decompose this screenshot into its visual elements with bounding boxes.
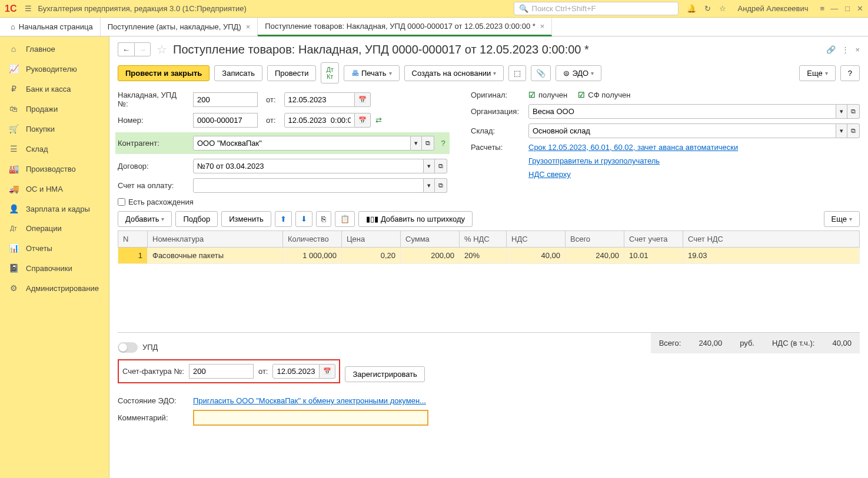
close-doc-icon[interactable]: ×	[855, 45, 860, 54]
col-vat-rate[interactable]: % НДС	[460, 231, 507, 248]
cell-acc[interactable]: 10.01	[624, 248, 683, 264]
sidebar-item-operations[interactable]: ДтОперации	[0, 219, 109, 238]
home-tab[interactable]: ⌂ Начальная страница	[4, 18, 101, 36]
vat-link[interactable]: НДС сверху	[528, 170, 571, 179]
bell-icon[interactable]: 🔔	[687, 4, 696, 13]
open-icon[interactable]: ⧉	[847, 123, 860, 138]
sidebar-item-admin[interactable]: ⚙Администрирование	[0, 278, 109, 298]
sidebar-item-purchases[interactable]: 🛒Покупки	[0, 119, 109, 139]
sidebar-item-bank[interactable]: ₽Банк и касса	[0, 79, 109, 99]
special-icon[interactable]: ⇄	[375, 116, 382, 125]
edo-invite-link[interactable]: Пригласить ООО "МоскваПак" к обмену элек…	[193, 396, 426, 405]
pick-button[interactable]: Подбор	[175, 211, 218, 227]
col-n[interactable]: N	[118, 231, 148, 248]
calendar-icon[interactable]: 📅	[355, 92, 371, 107]
history-icon[interactable]: ↻	[704, 4, 711, 13]
related-button[interactable]: ⬚	[508, 65, 526, 81]
invoice-pay-input[interactable]	[193, 178, 424, 193]
sidebar-item-reports[interactable]: 📊Отчеты	[0, 238, 109, 258]
col-price[interactable]: Цена	[342, 231, 401, 248]
calendar-icon[interactable]: 📅	[355, 113, 371, 128]
col-item[interactable]: Номенклатура	[148, 231, 283, 248]
sidebar-item-catalogs[interactable]: 📓Справочники	[0, 258, 109, 278]
more-button[interactable]: Еще	[799, 65, 835, 81]
sf-date-input[interactable]	[272, 364, 320, 379]
col-vat[interactable]: НДС	[507, 231, 566, 248]
col-sum[interactable]: Сумма	[401, 231, 460, 248]
back-button[interactable]: ←	[118, 42, 134, 56]
sidebar-item-production[interactable]: 🏭Производство	[0, 159, 109, 179]
attach-button[interactable]: 📎	[531, 65, 551, 81]
tab-receipts[interactable]: Поступление (акты, накладные, УПД) ×	[101, 18, 258, 36]
number-input[interactable]	[193, 113, 258, 128]
cell-sum[interactable]: 200,00	[401, 248, 460, 264]
cell-total[interactable]: 240,00	[566, 248, 624, 264]
cell-item[interactable]: Фасовочные пакеты	[148, 248, 283, 264]
dropdown-icon[interactable]: ▾	[411, 136, 422, 151]
cell-n[interactable]: 1	[118, 248, 148, 264]
dtkt-button[interactable]: ДтКт	[321, 62, 339, 83]
sf-no-input[interactable]	[189, 364, 254, 379]
received-checkbox[interactable]: ☑ получен	[528, 91, 567, 99]
dropdown-icon[interactable]: ▾	[424, 159, 435, 173]
sidebar-item-main[interactable]: ⌂Главное	[0, 39, 109, 59]
favorite-icon[interactable]: ☆	[157, 42, 167, 56]
discrepancies-checkbox[interactable]: Есть расхождения	[118, 198, 194, 206]
minimize-icon[interactable]: —	[830, 4, 838, 13]
move-down-button[interactable]: ⬇	[295, 211, 312, 227]
contract-input[interactable]	[193, 159, 424, 173]
col-total[interactable]: Всего	[566, 231, 624, 248]
calculations-link[interactable]: Срок 12.05.2023, 60.01, 60.02, зачет ава…	[528, 143, 738, 152]
print-button[interactable]: 🖶 Печать	[344, 65, 400, 81]
dropdown-icon[interactable]: ▾	[836, 104, 847, 119]
cell-vat[interactable]: 40,00	[507, 248, 566, 264]
sf-received-checkbox[interactable]: ☑ СФ получен	[578, 91, 630, 99]
open-icon[interactable]: ⧉	[422, 136, 434, 151]
col-qty[interactable]: Количество	[283, 231, 342, 248]
forward-button[interactable]: →	[134, 42, 151, 56]
organization-input[interactable]	[528, 104, 836, 119]
tab-close-icon[interactable]: ×	[540, 22, 545, 31]
change-button[interactable]: Изменить	[221, 211, 271, 227]
edo-button[interactable]: ⊜ ЭДО	[556, 65, 601, 81]
create-based-button[interactable]: Создать на основании	[404, 65, 504, 81]
open-icon[interactable]: ⧉	[435, 159, 447, 173]
sidebar-item-warehouse[interactable]: ☰Склад	[0, 139, 109, 159]
open-icon[interactable]: ⧉	[435, 178, 447, 193]
cell-acc-vat[interactable]: 19.03	[683, 248, 860, 264]
kebab-icon[interactable]: ⋮	[842, 45, 849, 54]
dropdown-icon[interactable]: ▾	[424, 178, 435, 193]
maximize-icon[interactable]: □	[845, 4, 850, 13]
post-button[interactable]: Провести	[267, 65, 317, 81]
star-icon[interactable]: ☆	[719, 4, 726, 13]
dropdown-icon[interactable]: ▾	[836, 123, 847, 138]
sidebar-item-sales[interactable]: 🛍Продажи	[0, 99, 109, 119]
barcode-button[interactable]: ▮▯▮ Добавить по штрихкоду	[358, 211, 473, 227]
post-and-close-button[interactable]: Провести и закрыть	[118, 65, 209, 81]
copy-button[interactable]: ⎘	[316, 211, 331, 227]
search-input[interactable]: 🔍 Поиск Ctrl+Shift+F	[514, 2, 679, 15]
cell-price[interactable]: 0,20	[342, 248, 401, 264]
sidebar-item-hr[interactable]: 👤Зарплата и кадры	[0, 199, 109, 219]
comment-input[interactable]	[193, 410, 428, 426]
close-icon[interactable]: ✕	[857, 4, 863, 13]
table-row[interactable]: 1 Фасовочные пакеты 1 000,000 0,20 200,0…	[118, 248, 860, 264]
add-button[interactable]: Добавить	[118, 211, 172, 227]
tab-close-icon[interactable]: ×	[246, 22, 251, 31]
cell-qty[interactable]: 1 000,000	[283, 248, 342, 264]
cell-vat-rate[interactable]: 20%	[460, 248, 507, 264]
sidebar-item-assets[interactable]: 🚚ОС и НМА	[0, 179, 109, 199]
paste-button[interactable]: 📋	[335, 211, 355, 227]
col-acc-vat[interactable]: Счет НДС	[683, 231, 860, 248]
user-name[interactable]: Андрей Алексеевич	[738, 4, 809, 13]
menu-icon[interactable]: ☰	[25, 4, 32, 13]
counterparty-input[interactable]	[193, 136, 411, 151]
warehouse-input[interactable]	[528, 123, 836, 138]
link-icon[interactable]: 🔗	[826, 45, 836, 54]
invoice-date-input[interactable]	[284, 92, 355, 107]
sidebar-item-manager[interactable]: 📈Руководителю	[0, 59, 109, 79]
calendar-icon[interactable]: 📅	[320, 364, 335, 379]
register-button[interactable]: Зарегистрировать	[345, 366, 424, 382]
help-icon[interactable]: ?	[439, 139, 447, 148]
col-acc[interactable]: Счет учета	[624, 231, 683, 248]
